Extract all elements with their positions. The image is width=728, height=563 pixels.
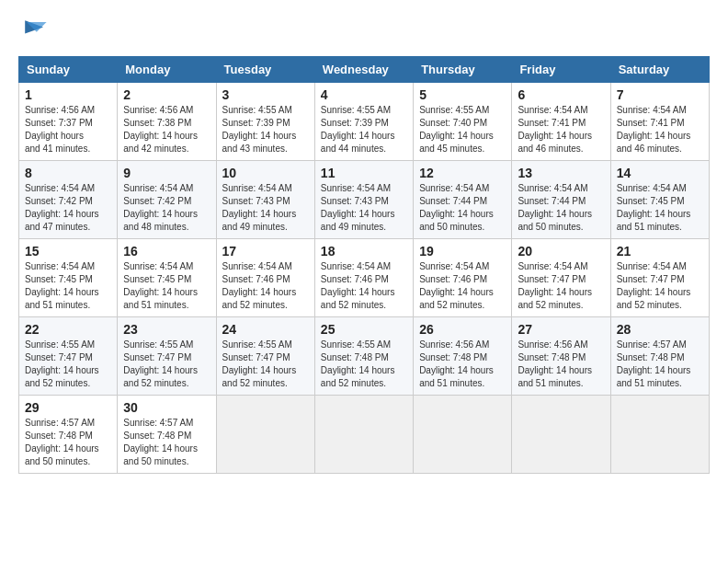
day-cell-16: 16Sunrise: 4:54 AMSunset: 7:45 PMDayligh…	[118, 239, 216, 317]
day-number: 30	[123, 400, 210, 415]
day-number: 9	[123, 166, 210, 180]
day-info: Sunrise: 4:55 AMSunset: 7:47 PMDaylight:…	[222, 339, 309, 390]
day-info: Sunrise: 4:57 AMSunset: 7:48 PMDaylight:…	[617, 339, 703, 390]
day-info: Sunrise: 4:54 AMSunset: 7:46 PMDaylight:…	[419, 260, 506, 312]
day-cell-5: 5Sunrise: 4:55 AMSunset: 7:40 PMDaylight…	[414, 83, 512, 161]
day-cell-26: 26Sunrise: 4:56 AMSunset: 7:48 PMDayligh…	[414, 317, 512, 396]
day-number: 1	[25, 87, 111, 102]
day-info: Sunrise: 4:54 AMSunset: 7:43 PMDaylight:…	[321, 182, 407, 234]
week-row-4: 29Sunrise: 4:57 AMSunset: 7:48 PMDayligh…	[19, 396, 710, 474]
day-cell-15: 15Sunrise: 4:54 AMSunset: 7:45 PMDayligh…	[19, 239, 118, 317]
day-cell-14: 14Sunrise: 4:54 AMSunset: 7:45 PMDayligh…	[610, 161, 709, 239]
day-number: 4	[321, 87, 407, 102]
day-cell-3: 3Sunrise: 4:55 AMSunset: 7:39 PMDaylight…	[216, 83, 314, 161]
day-number: 7	[617, 87, 703, 102]
day-cell-23: 23Sunrise: 4:55 AMSunset: 7:47 PMDayligh…	[118, 317, 216, 396]
day-number: 27	[518, 322, 604, 337]
day-number: 10	[222, 166, 309, 180]
day-cell-27: 27Sunrise: 4:56 AMSunset: 7:48 PMDayligh…	[512, 317, 610, 396]
day-header-sunday: Sunday	[19, 57, 118, 83]
day-number: 15	[25, 244, 111, 259]
day-number: 23	[123, 322, 210, 337]
day-cell-11: 11Sunrise: 4:54 AMSunset: 7:43 PMDayligh…	[314, 161, 413, 239]
week-row-2: 15Sunrise: 4:54 AMSunset: 7:45 PMDayligh…	[19, 239, 710, 317]
logo-icon	[18, 14, 51, 47]
logo	[18, 14, 57, 47]
calendar: SundayMondayTuesdayWednesdayThursdayFrid…	[18, 56, 710, 474]
day-info: Sunrise: 4:54 AMSunset: 7:47 PMDaylight:…	[617, 260, 703, 312]
day-info: Sunrise: 4:54 AMSunset: 7:45 PMDaylight:…	[617, 182, 703, 234]
day-cell-18: 18Sunrise: 4:54 AMSunset: 7:46 PMDayligh…	[314, 239, 413, 317]
day-info: Sunrise: 4:55 AMSunset: 7:39 PMDaylight:…	[321, 104, 407, 155]
day-cell-12: 12Sunrise: 4:54 AMSunset: 7:44 PMDayligh…	[414, 161, 512, 239]
day-info: Sunrise: 4:54 AMSunset: 7:44 PMDaylight:…	[419, 182, 506, 234]
empty-cell	[216, 396, 314, 474]
week-row-0: 1Sunrise: 4:56 AMSunset: 7:37 PMDaylight…	[19, 83, 710, 161]
day-cell-20: 20Sunrise: 4:54 AMSunset: 7:47 PMDayligh…	[512, 239, 610, 317]
day-header-thursday: Thursday	[414, 57, 512, 83]
day-info: Sunrise: 4:54 AMSunset: 7:43 PMDaylight:…	[222, 182, 309, 234]
empty-cell	[414, 396, 512, 474]
day-cell-19: 19Sunrise: 4:54 AMSunset: 7:46 PMDayligh…	[414, 239, 512, 317]
day-info: Sunrise: 4:56 AMSunset: 7:38 PMDaylight:…	[123, 104, 210, 155]
day-number: 13	[518, 166, 604, 180]
day-cell-24: 24Sunrise: 4:55 AMSunset: 7:47 PMDayligh…	[216, 317, 314, 396]
day-info: Sunrise: 4:55 AMSunset: 7:47 PMDaylight:…	[123, 339, 210, 390]
day-number: 6	[518, 87, 604, 102]
empty-cell	[512, 396, 610, 474]
day-info: Sunrise: 4:55 AMSunset: 7:48 PMDaylight:…	[321, 339, 407, 390]
day-number: 3	[222, 87, 309, 102]
day-cell-2: 2Sunrise: 4:56 AMSunset: 7:38 PMDaylight…	[118, 83, 216, 161]
day-number: 17	[222, 244, 309, 259]
day-number: 21	[617, 244, 703, 259]
day-info: Sunrise: 4:54 AMSunset: 7:42 PMDaylight:…	[123, 182, 210, 234]
day-info: Sunrise: 4:56 AMSunset: 7:48 PMDaylight:…	[419, 339, 506, 390]
day-cell-8: 8Sunrise: 4:54 AMSunset: 7:42 PMDaylight…	[19, 161, 118, 239]
day-number: 19	[419, 244, 506, 259]
day-info: Sunrise: 4:54 AMSunset: 7:44 PMDaylight:…	[518, 182, 604, 234]
day-cell-1: 1Sunrise: 4:56 AMSunset: 7:37 PMDaylight…	[19, 83, 118, 161]
day-cell-7: 7Sunrise: 4:54 AMSunset: 7:41 PMDaylight…	[610, 83, 709, 161]
page: SundayMondayTuesdayWednesdayThursdayFrid…	[0, 0, 728, 563]
calendar-header-row: SundayMondayTuesdayWednesdayThursdayFrid…	[19, 57, 710, 83]
empty-cell	[610, 396, 709, 474]
day-header-monday: Monday	[118, 57, 216, 83]
day-info: Sunrise: 4:55 AMSunset: 7:39 PMDaylight:…	[222, 104, 309, 155]
day-header-wednesday: Wednesday	[314, 57, 413, 83]
day-cell-10: 10Sunrise: 4:54 AMSunset: 7:43 PMDayligh…	[216, 161, 314, 239]
day-info: Sunrise: 4:56 AMSunset: 7:48 PMDaylight:…	[518, 339, 604, 390]
day-info: Sunrise: 4:54 AMSunset: 7:41 PMDaylight:…	[518, 104, 604, 155]
day-info: Sunrise: 4:54 AMSunset: 7:45 PMDaylight:…	[25, 260, 111, 312]
day-number: 20	[518, 244, 604, 259]
day-info: Sunrise: 4:54 AMSunset: 7:46 PMDaylight:…	[222, 260, 309, 312]
day-cell-17: 17Sunrise: 4:54 AMSunset: 7:46 PMDayligh…	[216, 239, 314, 317]
day-info: Sunrise: 4:57 AMSunset: 7:48 PMDaylight:…	[123, 417, 210, 468]
day-info: Sunrise: 4:56 AMSunset: 7:37 PMDaylight …	[25, 104, 111, 155]
day-cell-30: 30Sunrise: 4:57 AMSunset: 7:48 PMDayligh…	[118, 396, 216, 474]
day-number: 25	[321, 322, 407, 337]
day-number: 14	[617, 166, 703, 180]
day-info: Sunrise: 4:54 AMSunset: 7:47 PMDaylight:…	[518, 260, 604, 312]
day-header-friday: Friday	[512, 57, 610, 83]
day-number: 8	[25, 166, 111, 180]
day-number: 12	[419, 166, 506, 180]
day-info: Sunrise: 4:54 AMSunset: 7:46 PMDaylight:…	[321, 260, 407, 312]
day-cell-9: 9Sunrise: 4:54 AMSunset: 7:42 PMDaylight…	[118, 161, 216, 239]
day-info: Sunrise: 4:55 AMSunset: 7:47 PMDaylight:…	[25, 339, 111, 390]
day-cell-28: 28Sunrise: 4:57 AMSunset: 7:48 PMDayligh…	[610, 317, 709, 396]
day-cell-21: 21Sunrise: 4:54 AMSunset: 7:47 PMDayligh…	[610, 239, 709, 317]
day-info: Sunrise: 4:54 AMSunset: 7:45 PMDaylight:…	[123, 260, 210, 312]
day-header-saturday: Saturday	[610, 57, 709, 83]
day-number: 29	[25, 400, 111, 415]
day-number: 5	[419, 87, 506, 102]
day-cell-6: 6Sunrise: 4:54 AMSunset: 7:41 PMDaylight…	[512, 83, 610, 161]
day-number: 24	[222, 322, 309, 337]
empty-cell	[314, 396, 413, 474]
day-cell-4: 4Sunrise: 4:55 AMSunset: 7:39 PMDaylight…	[314, 83, 413, 161]
day-number: 11	[321, 166, 407, 180]
day-cell-13: 13Sunrise: 4:54 AMSunset: 7:44 PMDayligh…	[512, 161, 610, 239]
day-info: Sunrise: 4:55 AMSunset: 7:40 PMDaylight:…	[419, 104, 506, 155]
day-number: 22	[25, 322, 111, 337]
day-number: 28	[617, 322, 703, 337]
day-cell-22: 22Sunrise: 4:55 AMSunset: 7:47 PMDayligh…	[19, 317, 118, 396]
